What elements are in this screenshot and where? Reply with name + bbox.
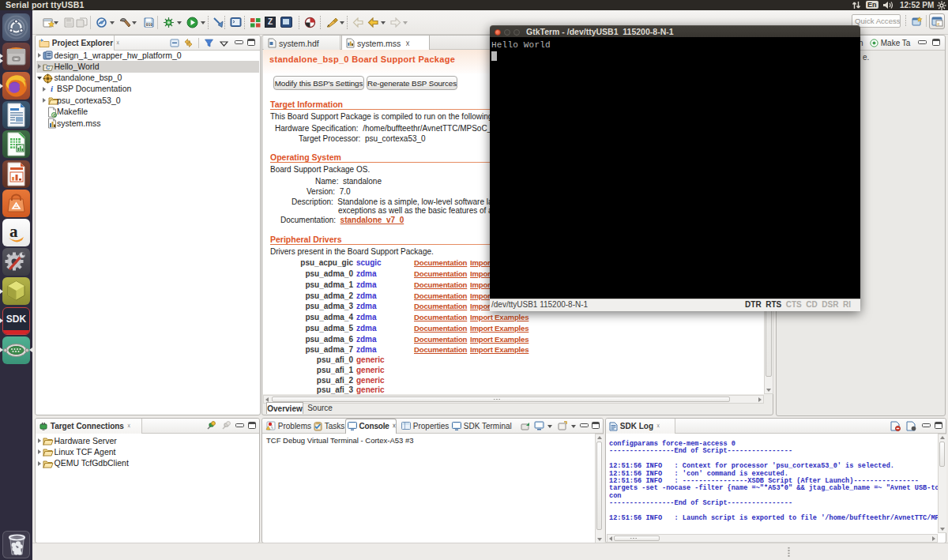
svg-text:⚙: ⚙ — [52, 112, 56, 117]
svg-text:C: C — [46, 65, 50, 70]
svg-text:a: a — [9, 222, 18, 241]
svg-text:010: 010 — [146, 23, 153, 27]
svg-text:c: c — [938, 21, 940, 26]
